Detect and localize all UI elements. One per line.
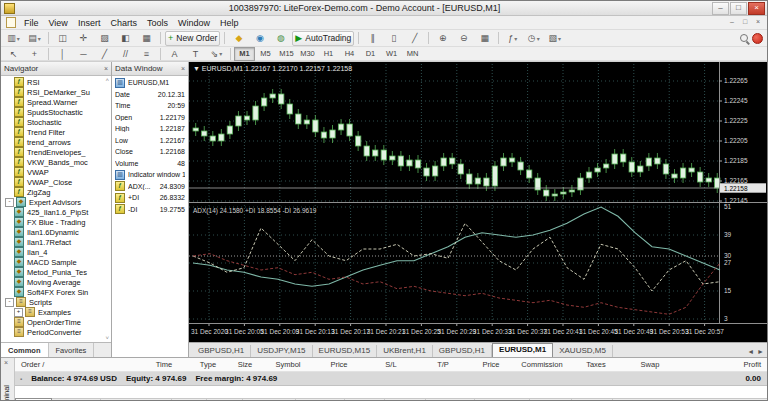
- timeframe-m1-button[interactable]: M1: [234, 47, 255, 61]
- terminal-button[interactable]: ◧: [116, 31, 135, 46]
- navigator-item-spread-warner[interactable]: ƒSpread.Warner: [1, 97, 111, 107]
- chart-tab-usdjpy-m15[interactable]: USDJPY,M15: [251, 345, 312, 357]
- timeframe-m5-button[interactable]: M5: [255, 47, 276, 61]
- navigator-tab-favorites[interactable]: Favorites: [49, 343, 95, 357]
- navigator-button[interactable]: ▨: [95, 31, 114, 46]
- child-minimize-button[interactable]: –: [726, 18, 738, 27]
- navigator-item-425-ilan1-6-pipst[interactable]: ◆425_Ilan1.6_PipSt: [1, 207, 111, 217]
- navigator-item-moving-average[interactable]: ◆Moving Average: [1, 277, 111, 287]
- timeframe-mn-button[interactable]: MN: [402, 47, 423, 61]
- navigator-item-zigzag[interactable]: ƒZigZag: [1, 187, 111, 197]
- navigator-item-macd-sample[interactable]: ◆MACD Sample: [1, 257, 111, 267]
- data-window-close-icon[interactable]: ×: [181, 65, 185, 72]
- navigator-item-spudsstochastic[interactable]: ƒSpudsStochastic: [1, 107, 111, 117]
- chart-svg[interactable]: 1.222651.222451.222251.222051.221851.221…: [189, 62, 768, 342]
- navigator-close-icon[interactable]: ×: [104, 65, 108, 72]
- chart-tab-eurusd-m1[interactable]: EURUSD,M1: [492, 343, 553, 357]
- maximize-button[interactable]: □: [730, 2, 747, 15]
- terminal-side-strip[interactable]: × Terminal: [1, 358, 15, 401]
- menu-window[interactable]: Window: [173, 18, 215, 28]
- candlestick-chart-button[interactable]: ▯: [384, 31, 403, 46]
- collapse-icon[interactable]: -: [5, 298, 14, 307]
- line-chart-button[interactable]: ╱: [405, 31, 424, 46]
- chart-tab-eurusd-m15[interactable]: EURUSD,M15: [313, 345, 378, 357]
- navigator-item-examples[interactable]: +≡Examples: [1, 307, 111, 317]
- navigator-item-trend-filter[interactable]: ƒTrend Filter: [1, 127, 111, 137]
- chart-tab-scroll-left-icon[interactable]: ◄: [747, 348, 754, 355]
- navigator-item-vwap[interactable]: ƒVWAP: [1, 167, 111, 177]
- crosshair-button[interactable]: +: [25, 46, 44, 61]
- timeframe-m15-button[interactable]: M15: [276, 47, 297, 61]
- new-order-button[interactable]: +New Order: [165, 31, 220, 46]
- cursor-button[interactable]: ↖: [4, 46, 23, 61]
- menu-insert[interactable]: Insert: [73, 18, 106, 28]
- navigator-item-scripts[interactable]: -≡Scripts: [1, 297, 111, 307]
- navigator-item-openordertime[interactable]: ≡OpenOrderTime: [1, 317, 111, 327]
- expand-icon[interactable]: +: [14, 308, 23, 317]
- zoom-out-button[interactable]: ⊖: [454, 31, 473, 46]
- navigator-item-ilan1-7refact[interactable]: ◆Ilan1.7Refact: [1, 237, 111, 247]
- tile-windows-button[interactable]: ▦: [475, 31, 494, 46]
- periods-button[interactable]: ◷▾: [524, 31, 543, 46]
- mql5-community-button[interactable]: ◉: [250, 31, 269, 46]
- chart-tab-gbpusd-h1[interactable]: GBPUSD,H1: [192, 345, 251, 357]
- timeframe-m30-button[interactable]: M30: [297, 47, 318, 61]
- navigator-item-vwap-close[interactable]: ƒVWAP_Close: [1, 177, 111, 187]
- navigator-item-ilan1-6dynamic[interactable]: ◆Ilan1.6Dynamic: [1, 227, 111, 237]
- menu-file[interactable]: File: [19, 18, 44, 28]
- fibonacci-button[interactable]: ≡: [137, 46, 156, 61]
- chart-tab-ukbrent-h1[interactable]: UKBrent,H1: [377, 345, 433, 357]
- navigator-item-vkw-bands-moc[interactable]: ƒVKW_Bands_moc: [1, 157, 111, 167]
- chart-tab-gbpusd-h1[interactable]: GBPUSD,H1: [433, 345, 492, 357]
- equidistant-channel-button[interactable]: //: [116, 46, 135, 61]
- scroll-down-icon[interactable]: ˅: [105, 335, 109, 341]
- navigator-item-soft4fx-forex-sin[interactable]: ◆Soft4FX Forex Sin: [1, 287, 111, 297]
- bar-chart-button[interactable]: ∥: [363, 31, 382, 46]
- navigator-item-fx-blue-trading[interactable]: ◆FX Blue - Trading: [1, 217, 111, 227]
- chart-tab-xauusd-m5[interactable]: XAUUSD,M5: [553, 345, 613, 357]
- profiles-button[interactable]: ▤▾: [25, 31, 44, 46]
- child-restore-button[interactable]: □: [739, 18, 751, 27]
- child-close-button[interactable]: ×: [752, 18, 764, 27]
- navigator-item-rsi-demarker-su[interactable]: ƒRSI_DeMarker_Su: [1, 87, 111, 97]
- navigator-item-metod-punia-tes[interactable]: ◆Metod_Punia_Tes: [1, 267, 111, 277]
- web-terminal-button[interactable]: ◍: [271, 31, 290, 46]
- text-button[interactable]: A: [165, 46, 184, 61]
- collapse-icon[interactable]: -: [5, 198, 14, 207]
- price-chart[interactable]: 1.222651.222451.222251.222051.221851.221…: [189, 62, 767, 342]
- navigator-item-periodconverter[interactable]: ≡PeriodConverter: [1, 327, 111, 337]
- close-button[interactable]: ×: [748, 2, 765, 15]
- chart-tab-scroll-right-icon[interactable]: ►: [757, 348, 764, 355]
- market-watch-button[interactable]: ◫: [53, 31, 72, 46]
- vertical-line-button[interactable]: │: [53, 46, 72, 61]
- templates-button[interactable]: ▧▾: [545, 31, 564, 46]
- trendline-button[interactable]: ╱: [95, 46, 114, 61]
- minimize-button[interactable]: –: [712, 2, 729, 15]
- arrows-button[interactable]: ⇘▾: [207, 46, 226, 61]
- search-icon[interactable]: [740, 34, 748, 42]
- autotrading-button[interactable]: ▶AutoTrading: [292, 31, 354, 46]
- timeframe-w1-button[interactable]: W1: [381, 47, 402, 61]
- timeframe-h1-button[interactable]: H1: [318, 47, 339, 61]
- zoom-in-button[interactable]: ⊕: [433, 31, 452, 46]
- metaeditor-button[interactable]: ◆: [229, 31, 248, 46]
- navigator-item-stochastic[interactable]: ƒStochastic: [1, 117, 111, 127]
- text-label-button[interactable]: T: [186, 46, 205, 61]
- scroll-up-icon[interactable]: ˄: [105, 77, 109, 83]
- indicators-button[interactable]: ƒ▾: [503, 31, 522, 46]
- navigator-item-ilan-4[interactable]: ◆Ilan_4: [1, 247, 111, 257]
- terminal-close-icon[interactable]: ×: [4, 359, 8, 366]
- menu-tools[interactable]: Tools: [142, 18, 173, 28]
- horizontal-line-button[interactable]: ─: [74, 46, 93, 61]
- menu-view[interactable]: View: [44, 18, 73, 28]
- new-chart-button[interactable]: ▥▾: [4, 31, 23, 46]
- navigator-item-trend-arrows[interactable]: ƒtrend_arrows: [1, 137, 111, 147]
- menu-help[interactable]: Help: [215, 18, 244, 28]
- menu-charts[interactable]: Charts: [105, 18, 142, 28]
- timeframe-d1-button[interactable]: D1: [360, 47, 381, 61]
- navigator-item-expert-advisors[interactable]: -◆Expert Advisors: [1, 197, 111, 207]
- strategy-tester-button[interactable]: ▦: [137, 31, 156, 46]
- navigator-item-rsi[interactable]: ƒRSI: [1, 77, 111, 87]
- data-window-button[interactable]: ✛: [74, 31, 93, 46]
- navigator-item-trendenvelopes-[interactable]: ƒTrendEnvelopes_: [1, 147, 111, 157]
